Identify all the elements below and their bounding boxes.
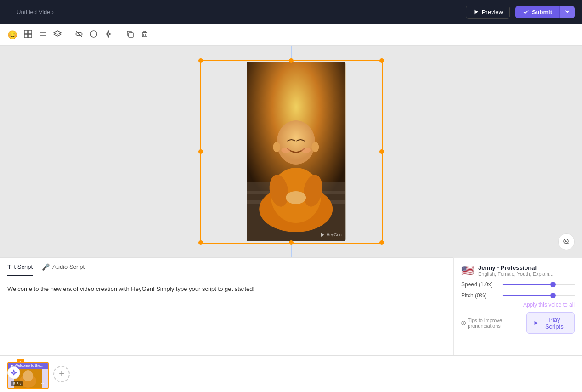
handle-left-middle[interactable] [198,149,203,154]
speed-thumb[interactable] [550,282,556,287]
timeline: 1 Welcome to the... 6.6s ⋯ + [0,355,582,392]
submit-main-button[interactable]: Submit [515,6,559,18]
pitch-thumb[interactable] [550,293,556,298]
hide-icon[interactable] [75,30,83,40]
handle-bottom-middle[interactable] [289,240,294,245]
svg-rect-4 [28,34,32,38]
pitch-slider[interactable] [503,295,575,296]
speed-label: Speed (1.0x) [461,281,498,288]
pitch-control: Pitch (0%) [461,292,575,299]
apply-voice-button[interactable]: Apply this voice to all [461,301,575,308]
voice-info: Jenny - Professional English, Female, Yo… [478,264,554,277]
chevron-down-icon [565,9,570,14]
zoom-icon [563,238,570,245]
ai-icon-button[interactable] [7,366,20,379]
voice-header: 🇺🇸 Jenny - Professional English, Female,… [461,264,575,277]
video-title: Untitled Video [17,9,54,16]
separator-2 [119,30,119,40]
svg-point-38 [463,322,464,322]
add-slide-button[interactable]: + [53,366,70,382]
zoom-button[interactable] [558,233,575,250]
script-section: T t Script 🎤 Audio Script Welcome to the… [0,257,582,358]
slide-more-button[interactable]: ⋯ [40,380,46,386]
delete-icon[interactable] [141,30,149,40]
sparkle-icon[interactable] [104,30,113,40]
canvas-area: HeyGen [0,46,582,257]
text-icon: T [7,263,11,271]
speed-slider[interactable] [503,284,575,285]
tab-audio-script[interactable]: 🎤 Audio Script [42,259,85,276]
svg-line-32 [568,243,570,245]
svg-point-43 [23,370,33,381]
submit-dropdown-button[interactable] [559,6,575,18]
circle-icon[interactable] [90,30,98,40]
voice-footer: Tips to improve pronunciations Play Scri… [461,312,575,334]
svg-marker-8 [54,31,61,34]
handle-top-middle[interactable] [289,58,294,63]
mic-icon: 🎤 [42,263,50,271]
svg-point-11 [90,31,97,37]
speed-control: Speed (1.0x) [461,281,575,288]
pitch-label: Pitch (0%) [461,292,498,299]
pitch-fill [503,295,553,296]
separator-1 [68,30,68,40]
play-icon [473,9,479,15]
speed-fill [503,284,553,285]
align-icon[interactable] [39,30,47,40]
flag-icon: 🇺🇸 [461,265,474,277]
svg-rect-2 [28,30,32,34]
svg-line-10 [76,31,82,37]
copy-icon[interactable] [126,30,134,40]
tab-text-script[interactable]: T t Script [7,259,33,276]
script-main-area: Welcome to the new era of video creation… [0,277,582,358]
tips-link[interactable]: Tips to improve pronunciations [461,318,526,329]
topbar: Untitled Video Preview Submit [0,0,582,24]
toolbar: 😊 [0,24,582,46]
preview-button[interactable]: Preview [466,6,510,19]
grid-icon[interactable] [24,30,32,40]
emoji-icon[interactable]: 😊 [7,31,17,39]
svg-marker-39 [535,321,538,325]
check-icon [523,9,529,15]
svg-marker-0 [474,10,478,15]
handle-top-right[interactable] [379,58,384,63]
handle-top-left[interactable] [198,58,203,63]
layers-icon[interactable] [53,30,62,40]
handle-bottom-right[interactable] [379,240,384,245]
handle-right-middle[interactable] [379,149,384,154]
voice-panel: 🇺🇸 Jenny - Professional English, Female,… [453,257,582,358]
play-scripts-button[interactable]: Play Scripts [526,312,575,334]
voice-name: Jenny - Professional [478,264,554,271]
selection-box[interactable] [200,60,383,244]
svg-rect-13 [142,33,147,37]
svg-rect-12 [129,33,133,37]
ai-sparkle-icon [11,369,17,376]
handle-bottom-left[interactable] [198,240,203,245]
play-icon-2 [533,320,538,326]
svg-rect-1 [24,30,28,34]
slide-duration: 6.6s [11,381,23,386]
submit-button-group: Submit [515,6,575,18]
info-icon [461,320,466,326]
svg-rect-3 [24,34,28,38]
voice-description: English, Female, Youth, Explain... [478,271,554,277]
